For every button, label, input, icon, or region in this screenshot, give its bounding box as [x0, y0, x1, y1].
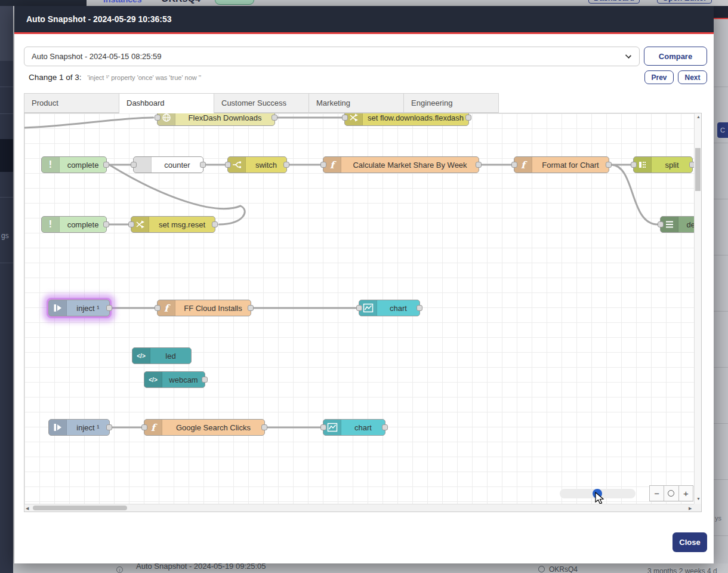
wire	[109, 165, 245, 224]
dashboard-button[interactable]: Dashboard	[588, 0, 640, 4]
exclamation-icon: !	[42, 217, 60, 232]
node-inject-2[interactable]: inject ¹	[48, 419, 110, 436]
instance-name: OKRsQ4	[161, 0, 200, 4]
snapshot-select[interactable]: Auto Snapshot - 2024-05-15 08:25:59	[24, 47, 640, 66]
flow-viewport[interactable]: FlexDash Downloadsset flow.downloads.fle…	[24, 113, 695, 504]
instances-link[interactable]: Instances	[103, 0, 142, 4]
node-label: complete	[60, 220, 106, 229]
wire	[612, 165, 658, 224]
compare-button[interactable]: Compare	[644, 47, 707, 66]
node-label: Format for Chart	[532, 161, 609, 170]
node-port-in	[225, 162, 231, 168]
node-debug[interactable]: debug	[660, 216, 695, 233]
node-port-out	[106, 305, 112, 311]
scrollbar-corner	[694, 504, 701, 512]
mouse-cursor	[594, 492, 606, 504]
node-webcam[interactable]: </>webcam	[144, 371, 205, 388]
scroll-up-icon[interactable]: ▲	[696, 114, 701, 120]
scroll-right-icon[interactable]: ▶	[689, 506, 692, 512]
scroll-down-icon[interactable]: ▼	[696, 496, 701, 502]
flow-tabs: Product Dashboard Customer Success Marke…	[24, 93, 499, 113]
sidebar-section	[0, 6, 13, 61]
prev-change-button[interactable]: Prev	[644, 70, 674, 84]
node-label: set flow.downloads.flexdash	[363, 113, 468, 122]
node-complete-2[interactable]: !complete	[41, 216, 107, 233]
node-switch[interactable]: switch	[227, 156, 287, 173]
next-change-button[interactable]: Next	[678, 70, 707, 84]
vertical-scrollbar[interactable]: ▲ ▼	[694, 113, 701, 504]
node-inject-1[interactable]: inject ¹	[48, 300, 110, 316]
node-label: set msg.reset	[149, 220, 215, 229]
node-port-in	[141, 424, 147, 430]
node-label: switch	[246, 161, 286, 170]
node-label: led	[150, 352, 191, 361]
node-port-out	[606, 162, 612, 168]
node-set-msg-reset[interactable]: set msg.reset	[131, 216, 215, 233]
snapshot-row-age: 3 months 2 weeks 4 d	[647, 567, 717, 573]
screen: Instances OKRsQ4 Dashboard Open Editor g…	[0, 0, 728, 573]
node-calculate-market-share-by-week[interactable]: fCalculate Market Share By Week	[323, 156, 479, 173]
horizontal-scrollbar[interactable]: ◀ ▶	[24, 504, 695, 512]
node-complete-1[interactable]: !complete	[41, 156, 107, 173]
code-icon: </>	[144, 372, 162, 387]
snapshot-select-value: Auto Snapshot - 2024-05-15 08:25:59	[32, 52, 162, 61]
zoom-out-button[interactable]: −	[650, 486, 664, 501]
sidebar-active-item[interactable]	[0, 139, 13, 172]
info-icon: i	[116, 566, 123, 573]
tab-customer-success[interactable]: Customer Success	[214, 93, 309, 113]
node-port-out	[248, 305, 254, 311]
node-chart-2[interactable]: chart	[323, 419, 385, 436]
node-port-out	[382, 424, 388, 430]
node-port-in	[631, 162, 637, 168]
node-port-in	[320, 424, 326, 430]
node-port-in	[356, 305, 362, 311]
chevron-down-icon	[625, 53, 631, 58]
node-led[interactable]: </>led	[132, 347, 192, 364]
change-detail-text: 'inject ¹' property 'once' was 'true' no…	[88, 74, 201, 81]
compare-chip-partial[interactable]: C	[717, 122, 728, 138]
node-port-out	[272, 115, 277, 121]
tab-dashboard[interactable]: Dashboard	[119, 93, 214, 113]
node-label: FF Cloud Installs	[175, 304, 251, 313]
background-bottom-row: i Auto Snapshot - 2024-05-19 09:25:05 OK…	[13, 563, 728, 573]
close-button[interactable]: Close	[673, 532, 707, 552]
snapshot-row-title: Auto Snapshot - 2024-05-19 09:25:05	[136, 563, 266, 571]
zoom-in-button[interactable]: +	[678, 486, 693, 501]
node-port-out	[103, 221, 109, 227]
instance-icon	[538, 566, 545, 572]
inject-icon	[49, 300, 67, 316]
node-split[interactable]: split	[633, 156, 693, 173]
open-editor-button[interactable]: Open Editor	[657, 0, 712, 4]
code-icon: </>	[132, 348, 150, 363]
node-label: inject ¹	[67, 423, 109, 432]
node-google-search-clicks[interactable]: fGoogle Search Clicks	[144, 419, 265, 436]
vertical-scrollbar-thumb[interactable]	[695, 148, 701, 191]
tab-product[interactable]: Product	[24, 93, 119, 113]
scroll-left-icon[interactable]: ◀	[26, 506, 29, 512]
node-port-out	[103, 162, 109, 168]
zoom-reset-button[interactable]	[664, 486, 678, 501]
dialog-header: Auto Snapshot - 2024-05-29 10:36:53	[14, 6, 714, 34]
node-format-for-chart[interactable]: fFormat for Chart	[514, 156, 609, 173]
node-label: split	[652, 161, 692, 170]
dialog-title: Auto Snapshot - 2024-05-29 10:36:53	[26, 14, 172, 24]
flow-canvas: FlexDash Downloadsset flow.downloads.fle…	[24, 113, 702, 512]
node-port-in	[155, 115, 161, 121]
node-ff-cloud-installs[interactable]: fFF Cloud Installs	[157, 300, 251, 316]
node-label: webcam	[162, 375, 205, 384]
horizontal-scrollbar-thumb[interactable]	[33, 506, 127, 510]
sidebar-item-label-partial[interactable]: gs	[1, 232, 9, 240]
tab-marketing[interactable]: Marketing	[309, 93, 404, 113]
node-counter[interactable]: counter	[133, 156, 203, 173]
node-chart-1[interactable]: chart	[359, 300, 420, 316]
background-right-column: C ys	[714, 6, 728, 573]
node-set-flow-downloads-flexdash[interactable]: set flow.downloads.flexdash	[344, 113, 469, 126]
zoom-reset-icon	[668, 490, 674, 497]
exclamation-icon: !	[42, 157, 60, 172]
node-port-out	[417, 305, 422, 311]
node-flexdash-downloads[interactable]: FlexDash Downloads	[157, 113, 275, 126]
tab-engineering[interactable]: Engineering	[403, 93, 499, 113]
node-port-in	[155, 305, 161, 311]
node-port-out	[202, 377, 208, 383]
wire	[24, 118, 153, 128]
